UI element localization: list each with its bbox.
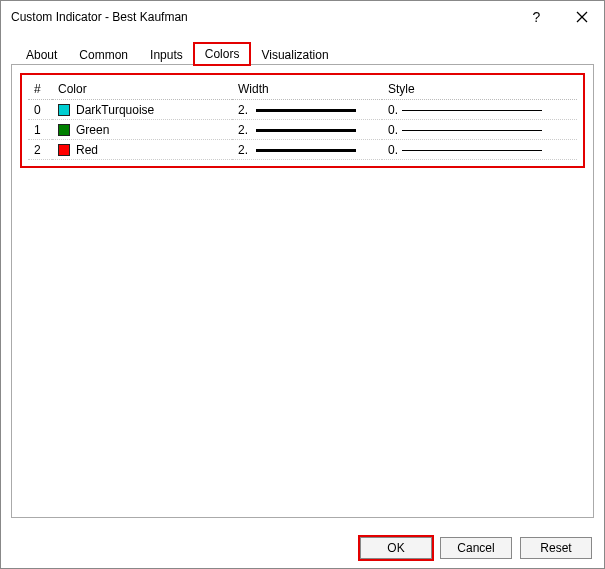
- tab-label: Visualization: [261, 48, 328, 62]
- row-index: 1: [28, 120, 52, 140]
- colors-table-container: # Color Width Style 0 DarkTurquoise: [20, 73, 585, 168]
- table-row[interactable]: 1 Green 2. 0.: [28, 120, 577, 140]
- tab-panel: # Color Width Style 0 DarkTurquoise: [11, 64, 594, 518]
- color-cell[interactable]: Red: [52, 140, 232, 160]
- tab-label: Inputs: [150, 48, 183, 62]
- width-value: 2.: [238, 103, 252, 117]
- color-name: Green: [76, 123, 109, 137]
- style-value: 0.: [388, 143, 398, 157]
- width-value: 2.: [238, 143, 252, 157]
- width-preview-line: [256, 149, 356, 152]
- style-cell[interactable]: 0.: [382, 120, 577, 140]
- tab-visualization[interactable]: Visualization: [250, 44, 339, 65]
- titlebar: Custom Indicator - Best Kaufman ?: [1, 1, 604, 33]
- help-icon: ?: [533, 9, 541, 25]
- color-name: DarkTurquoise: [76, 103, 154, 117]
- tab-common[interactable]: Common: [68, 44, 139, 65]
- row-index: 0: [28, 100, 52, 120]
- cancel-button[interactable]: Cancel: [440, 537, 512, 559]
- close-icon: [576, 11, 588, 23]
- color-name: Red: [76, 143, 98, 157]
- col-header-style[interactable]: Style: [382, 79, 577, 100]
- col-header-index[interactable]: #: [28, 79, 52, 100]
- button-label: Cancel: [457, 541, 494, 555]
- col-header-width[interactable]: Width: [232, 79, 382, 100]
- color-swatch: [58, 124, 70, 136]
- width-value: 2.: [238, 123, 252, 137]
- style-value: 0.: [388, 103, 398, 117]
- width-cell[interactable]: 2.: [232, 100, 382, 120]
- style-value: 0.: [388, 123, 398, 137]
- style-preview-line: [402, 110, 542, 111]
- style-cell[interactable]: 0.: [382, 100, 577, 120]
- row-index: 2: [28, 140, 52, 160]
- dialog-window: Custom Indicator - Best Kaufman ? About …: [0, 0, 605, 569]
- table-row[interactable]: 2 Red 2. 0.: [28, 140, 577, 160]
- color-cell[interactable]: DarkTurquoise: [52, 100, 232, 120]
- color-swatch: [58, 104, 70, 116]
- tab-bar: About Common Inputs Colors Visualization: [15, 41, 594, 65]
- color-swatch: [58, 144, 70, 156]
- ok-button[interactable]: OK: [360, 537, 432, 559]
- button-label: OK: [387, 541, 404, 555]
- style-preview-line: [402, 150, 542, 151]
- tab-label: Common: [79, 48, 128, 62]
- width-cell[interactable]: 2.: [232, 140, 382, 160]
- width-preview-line: [256, 129, 356, 132]
- tab-inputs[interactable]: Inputs: [139, 44, 194, 65]
- button-label: Reset: [540, 541, 571, 555]
- table-row[interactable]: 0 DarkTurquoise 2. 0.: [28, 100, 577, 120]
- tab-label: About: [26, 48, 57, 62]
- col-header-color[interactable]: Color: [52, 79, 232, 100]
- width-cell[interactable]: 2.: [232, 120, 382, 140]
- tab-colors[interactable]: Colors: [194, 43, 251, 65]
- colors-table: # Color Width Style 0 DarkTurquoise: [28, 79, 577, 160]
- style-cell[interactable]: 0.: [382, 140, 577, 160]
- tab-about[interactable]: About: [15, 44, 68, 65]
- reset-button[interactable]: Reset: [520, 537, 592, 559]
- close-button[interactable]: [559, 1, 604, 33]
- dialog-content: About Common Inputs Colors Visualization…: [1, 33, 604, 528]
- tab-label: Colors: [205, 47, 240, 61]
- style-preview-line: [402, 130, 542, 131]
- color-cell[interactable]: Green: [52, 120, 232, 140]
- dialog-footer: OK Cancel Reset: [1, 528, 604, 568]
- width-preview-line: [256, 109, 356, 112]
- help-button[interactable]: ?: [514, 1, 559, 33]
- window-title: Custom Indicator - Best Kaufman: [11, 10, 514, 24]
